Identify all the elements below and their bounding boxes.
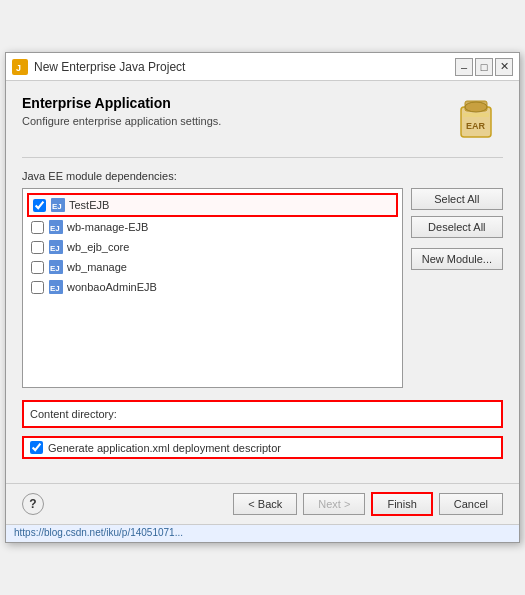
- content-directory-row: Content directory:: [22, 400, 503, 428]
- modules-label: Java EE module dependencies:: [22, 170, 503, 182]
- module-label-testejb: TestEJB: [69, 199, 109, 211]
- ejb-icon-testejb: EJ: [50, 197, 66, 213]
- help-button[interactable]: ?: [22, 493, 44, 515]
- jar-icon: EAR: [455, 95, 497, 141]
- dialog-title: Enterprise Application: [22, 95, 445, 111]
- cancel-button[interactable]: Cancel: [439, 493, 503, 515]
- module-item-wb-manage-ejb[interactable]: EJ wb-manage-EJB: [27, 217, 398, 237]
- content-directory-label: Content directory:: [30, 408, 117, 420]
- status-bar: https://blog.csdn.net/iku/p/14051071...: [6, 524, 519, 542]
- ejb-icon-wonbao-admin-ejb: EJ: [48, 279, 64, 295]
- svg-rect-5: [463, 113, 489, 117]
- window-controls: – □ ✕: [455, 58, 513, 76]
- ejb-icon-wb-manage-ejb: EJ: [48, 219, 64, 235]
- generate-xml-label: Generate application.xml deployment desc…: [48, 442, 281, 454]
- section-divider: [22, 157, 503, 158]
- svg-text:EJ: EJ: [50, 244, 60, 253]
- select-all-button[interactable]: Select All: [411, 188, 503, 210]
- next-button[interactable]: Next >: [303, 493, 365, 515]
- generate-xml-checkbox[interactable]: [30, 441, 43, 454]
- module-label-wb-manage: wb_manage: [67, 261, 127, 273]
- module-item-wb-manage[interactable]: EJ wb_manage: [27, 257, 398, 277]
- module-checkbox-wb-manage-ejb[interactable]: [31, 221, 44, 234]
- svg-text:J: J: [16, 63, 21, 73]
- module-action-buttons: Select All Deselect All New Module...: [411, 188, 503, 388]
- status-text: https://blog.csdn.net/iku/p/14051071...: [14, 527, 183, 538]
- maximize-button[interactable]: □: [475, 58, 493, 76]
- deselect-all-button[interactable]: Deselect All: [411, 216, 503, 238]
- ejb-icon-wb-manage: EJ: [48, 259, 64, 275]
- bottom-navigation: ? < Back Next > Finish Cancel: [6, 483, 519, 524]
- module-label-wonbao-admin-ejb: wonbaoAdminEJB: [67, 281, 157, 293]
- module-label-wb-manage-ejb: wb-manage-EJB: [67, 221, 148, 233]
- modules-area: EJ TestEJB EJ wb-manage-EJB: [22, 188, 503, 388]
- new-module-button[interactable]: New Module...: [411, 248, 503, 270]
- content-directory-input[interactable]: [125, 405, 495, 423]
- svg-text:EJ: EJ: [50, 264, 60, 273]
- module-checkbox-wonbao-admin-ejb[interactable]: [31, 281, 44, 294]
- header-icon: EAR: [455, 95, 503, 143]
- header-text: Enterprise Application Configure enterpr…: [22, 95, 445, 127]
- generate-xml-row[interactable]: Generate application.xml deployment desc…: [22, 436, 503, 459]
- window-title: New Enterprise Java Project: [34, 60, 455, 74]
- back-button[interactable]: < Back: [233, 493, 297, 515]
- window-icon: J: [12, 59, 28, 75]
- module-checkbox-wb-ejb-core[interactable]: [31, 241, 44, 254]
- title-bar: J New Enterprise Java Project – □ ✕: [6, 53, 519, 81]
- ejb-icon-wb-ejb-core: EJ: [48, 239, 64, 255]
- svg-point-4: [465, 102, 487, 112]
- dialog-window: J New Enterprise Java Project – □ ✕ Ente…: [5, 52, 520, 543]
- dialog-content: Enterprise Application Configure enterpr…: [6, 81, 519, 483]
- header-section: Enterprise Application Configure enterpr…: [22, 95, 503, 143]
- module-label-wb-ejb-core: wb_ejb_core: [67, 241, 129, 253]
- content-directory-section: Content directory:: [22, 400, 503, 428]
- module-list: EJ TestEJB EJ wb-manage-EJB: [22, 188, 403, 388]
- module-item-wb-ejb-core[interactable]: EJ wb_ejb_core: [27, 237, 398, 257]
- dialog-subtitle: Configure enterprise application setting…: [22, 115, 445, 127]
- module-item-testejb[interactable]: EJ TestEJB: [27, 193, 398, 217]
- svg-text:EJ: EJ: [50, 224, 60, 233]
- module-checkbox-wb-manage[interactable]: [31, 261, 44, 274]
- svg-text:EJ: EJ: [50, 284, 60, 293]
- minimize-button[interactable]: –: [455, 58, 473, 76]
- module-item-wonbao-admin-ejb[interactable]: EJ wonbaoAdminEJB: [27, 277, 398, 297]
- finish-button[interactable]: Finish: [371, 492, 432, 516]
- module-checkbox-testejb[interactable]: [33, 199, 46, 212]
- svg-text:EAR: EAR: [466, 121, 486, 131]
- svg-text:EJ: EJ: [52, 202, 62, 211]
- close-button[interactable]: ✕: [495, 58, 513, 76]
